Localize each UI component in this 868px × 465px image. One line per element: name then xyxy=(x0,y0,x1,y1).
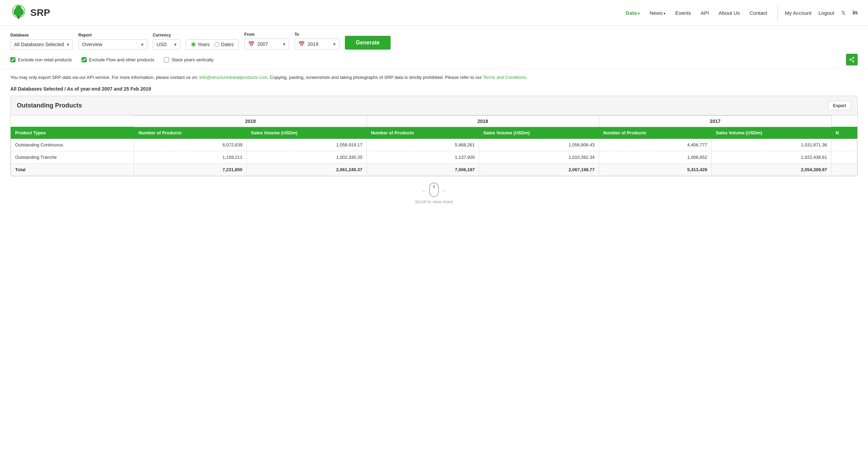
left-arrow-icon: ← xyxy=(422,188,427,194)
currency-dropdown-icon: ▾ xyxy=(174,42,177,47)
stack-years-input[interactable] xyxy=(164,57,169,62)
svg-point-4 xyxy=(15,10,22,17)
notice-text2: . Copying, pasting, screenshots and taki… xyxy=(267,75,483,80)
stack-years-label: Stack years vertically xyxy=(171,57,213,62)
total-label: Total xyxy=(11,163,134,176)
report-select[interactable]: Overview ▾ xyxy=(78,39,147,50)
my-account-link[interactable]: My Account xyxy=(785,10,812,16)
tree-logo-icon xyxy=(10,4,27,21)
report-label: Report xyxy=(78,33,147,38)
stack-years-checkbox[interactable]: Stack years vertically xyxy=(164,57,213,62)
row2-2019-volume: 1,002,330.20 xyxy=(247,151,367,163)
col-2018-num-products: Number of Products xyxy=(367,127,479,138)
total-2017-volume: 2,054,309.97 xyxy=(711,163,831,176)
main-nav: Data News Events API About Us Contact xyxy=(626,10,768,16)
from-dropdown-icon: ▾ xyxy=(283,41,285,47)
svg-rect-5 xyxy=(18,16,19,19)
generate-button[interactable]: Generate xyxy=(345,36,391,50)
years-radio[interactable] xyxy=(191,42,196,47)
data-table-wrap[interactable]: 2019 2018 2017 Product Types Number of P… xyxy=(11,115,857,176)
row1-extra xyxy=(832,138,857,151)
database-control-group: Database All Databases Selected ▾ xyxy=(10,33,73,50)
svg-point-8 xyxy=(853,61,854,62)
col-2018-sales-volume: Sales Volume (USDm) xyxy=(479,127,599,138)
twitter-icon[interactable]: 𝕏 xyxy=(841,10,846,16)
export-button[interactable]: Export xyxy=(828,101,851,110)
nav-api[interactable]: API xyxy=(701,10,709,16)
section-title: All Databases Selected / As of year-end … xyxy=(10,86,858,92)
row2-2017-products: 1,006,652 xyxy=(599,151,711,163)
to-calendar-icon: 📅 xyxy=(298,41,305,47)
from-calendar-icon: 📅 xyxy=(248,41,255,47)
row1-2019-products: 6,072,639 xyxy=(134,138,247,151)
notice-text3: . xyxy=(526,75,528,80)
nav-news[interactable]: News xyxy=(649,10,666,16)
nav-about[interactable]: About Us xyxy=(719,10,740,16)
share-icon xyxy=(849,56,855,63)
years-radio-option[interactable]: Years xyxy=(191,42,210,47)
database-value: All Databases Selected xyxy=(14,42,64,47)
nav-data[interactable]: Data xyxy=(626,10,640,16)
table-row: Outstanding Tranche 1,159,211 1,002,330.… xyxy=(11,151,857,163)
row2-2018-products: 1,137,926 xyxy=(367,151,479,163)
year-2018-header: 2018 xyxy=(367,115,599,127)
scroll-mouse-icon xyxy=(429,183,439,197)
row1-type: Outstanding Continuous xyxy=(11,138,134,151)
currency-control-group: Currency USD ▾ xyxy=(153,33,180,50)
year-2017-header: 2017 xyxy=(599,115,831,127)
svg-point-7 xyxy=(849,59,851,61)
to-label: To xyxy=(295,32,339,37)
currency-label: Currency xyxy=(153,33,180,38)
currency-select[interactable]: USD ▾ xyxy=(153,39,180,50)
svg-line-10 xyxy=(851,58,853,59)
year-2019-header: 2019 xyxy=(134,115,367,127)
to-value: 2019 xyxy=(308,41,318,47)
database-select[interactable]: All Databases Selected ▾ xyxy=(10,39,73,50)
row2-type: Outstanding Tranche xyxy=(11,151,134,163)
share-button[interactable] xyxy=(846,54,858,65)
database-dropdown-icon: ▾ xyxy=(67,42,69,47)
exclude-flow-checkbox[interactable]: Exclude Flow and other products xyxy=(82,57,154,62)
logo-area: SRP xyxy=(10,4,50,21)
years-label: Years xyxy=(198,42,210,47)
terms-link[interactable]: Terms and Conditions xyxy=(483,75,526,80)
total-2018-products: 7,006,187 xyxy=(367,163,479,176)
notice-email[interactable]: info@structuredretailproducts.com xyxy=(199,75,267,80)
right-arrow-icon: → xyxy=(441,188,446,194)
from-control-group: From 📅 2007 ▾ xyxy=(244,32,289,50)
to-select[interactable]: 📅 2019 ▾ xyxy=(295,39,339,50)
logo-text: SRP xyxy=(30,7,50,18)
logout-link[interactable]: Logout xyxy=(818,10,834,16)
notice-area: You may only export SRP data via our API… xyxy=(0,69,868,86)
from-select[interactable]: 📅 2007 ▾ xyxy=(244,39,289,50)
year-header-row: 2019 2018 2017 xyxy=(11,115,857,127)
exclude-flow-input[interactable] xyxy=(82,57,87,62)
row2-2017-volume: 1,022,438.61 xyxy=(711,151,831,163)
site-header: SRP Data News Events API About Us Contac… xyxy=(0,0,868,26)
from-label: From xyxy=(244,32,289,37)
col-extra: N xyxy=(832,127,857,138)
notice-text1: You may only export SRP data via our API… xyxy=(10,75,199,80)
linkedin-icon[interactable]: in xyxy=(853,9,858,16)
svg-point-6 xyxy=(853,57,854,59)
exclude-nonretail-checkbox[interactable]: Exclude non retail products xyxy=(10,57,72,62)
scroll-arrows: ← → xyxy=(422,183,446,199)
dates-radio[interactable] xyxy=(214,42,219,47)
exclude-nonretail-label: Exclude non retail products xyxy=(18,57,72,62)
dates-radio-option[interactable]: Dates xyxy=(214,42,234,47)
row1-2017-products: 4,406,777 xyxy=(599,138,711,151)
outstanding-products-table-container: Outstanding Products Export 2019 2018 20… xyxy=(10,96,858,176)
col-2019-sales-volume: Sales Volume (USDm) xyxy=(247,127,367,138)
total-2019-volume: 2,061,249.37 xyxy=(247,163,367,176)
nav-contact[interactable]: Contact xyxy=(750,10,768,16)
table-section: All Databases Selected / As of year-end … xyxy=(0,86,868,215)
scroll-hint: ← → Scroll to view more xyxy=(10,176,858,208)
nav-events[interactable]: Events xyxy=(675,10,691,16)
time-mode-group: Years Dates xyxy=(186,33,239,50)
to-control-group: To 📅 2019 ▾ xyxy=(295,32,339,50)
from-value: 2007 xyxy=(257,41,268,47)
header-divider xyxy=(777,4,778,21)
col-product-types: Product Types xyxy=(11,127,134,138)
exclude-nonretail-input[interactable] xyxy=(10,57,15,62)
dates-label: Dates xyxy=(221,42,234,47)
